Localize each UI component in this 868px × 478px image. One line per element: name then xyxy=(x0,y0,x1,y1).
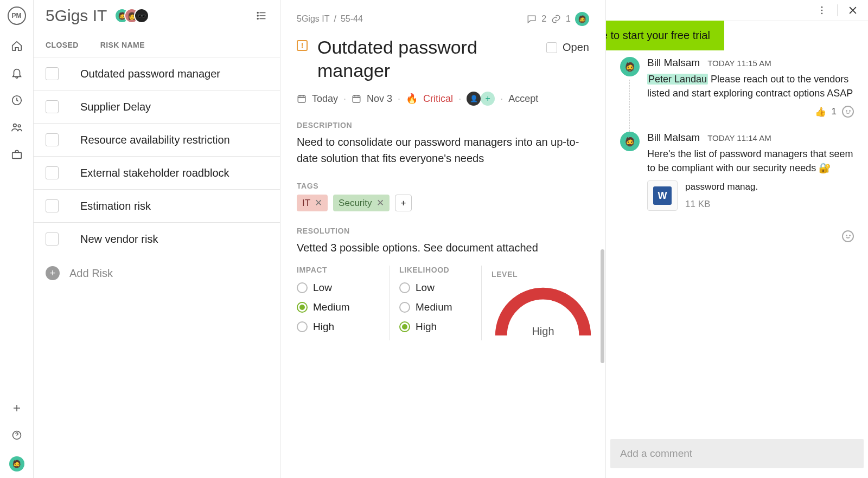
attachment[interactable]: W password manag. 11 KB xyxy=(647,180,854,211)
comment-avatar[interactable]: 🧔 xyxy=(620,57,640,76)
risk-row[interactable]: Outdated password manager xyxy=(34,57,280,90)
impact-low[interactable]: Low xyxy=(297,282,384,294)
closed-checkbox[interactable] xyxy=(46,199,59,212)
created-date[interactable]: Today xyxy=(312,93,338,105)
svg-point-12 xyxy=(821,13,823,15)
tag-security[interactable]: Security✕ xyxy=(333,195,389,211)
bell-icon[interactable] xyxy=(11,67,23,79)
section-label: DESCRIPTION xyxy=(297,121,589,130)
clock-icon[interactable] xyxy=(11,94,23,106)
comment-item: 🧔 Bill Malsam TODAY 11:15 AM Peter Landa… xyxy=(620,57,854,118)
remove-tag-icon[interactable]: ✕ xyxy=(376,197,384,209)
breadcrumb-id[interactable]: 55-44 xyxy=(341,14,363,24)
home-icon[interactable] xyxy=(11,40,23,52)
closed-checkbox[interactable] xyxy=(46,100,59,113)
svg-point-5 xyxy=(257,12,258,14)
risk-name: Resource availability restriction xyxy=(80,134,230,146)
resolution-text[interactable]: Vetted 3 possible options. See document … xyxy=(297,240,589,256)
risk-row[interactable]: External stakeholder roadblock xyxy=(34,156,280,189)
risk-row[interactable]: New vendor risk xyxy=(34,222,280,255)
section-label: IMPACT xyxy=(297,266,384,274)
calendar-icon[interactable] xyxy=(297,94,307,104)
comment-author[interactable]: Bill Malsam xyxy=(647,57,700,69)
app-logo[interactable]: PM xyxy=(8,7,26,25)
list-header: CLOSED RISK NAME xyxy=(34,33,280,57)
likelihood-low[interactable]: Low xyxy=(399,282,476,294)
priority[interactable]: Critical xyxy=(423,93,453,105)
project-title: 5Gigs IT xyxy=(46,7,107,25)
comment-text: Peter Landau Please reach out to the ven… xyxy=(647,72,854,100)
svg-point-1 xyxy=(13,124,16,127)
attachment-name: password manag. xyxy=(685,182,758,192)
risk-list-panel: 5Gigs IT 🧔👩🕶️ CLOSED RISK NAME Outdated … xyxy=(34,0,280,478)
risk-title[interactable]: Outdated password manager xyxy=(317,36,537,82)
impact-medium[interactable]: Medium xyxy=(297,301,384,313)
tag-it[interactable]: IT✕ xyxy=(297,195,328,211)
risk-name: New vendor risk xyxy=(80,233,158,246)
calendar-icon[interactable] xyxy=(352,94,361,104)
comment-count: 2 xyxy=(541,14,546,24)
section-label: LEVEL xyxy=(492,270,518,279)
due-date[interactable]: Nov 3 xyxy=(367,93,392,105)
closed-checkbox[interactable] xyxy=(46,166,59,179)
svg-point-11 xyxy=(821,10,823,11)
col-riskname: RISK NAME xyxy=(100,41,145,49)
risk-row[interactable]: Estimation risk xyxy=(34,189,280,222)
trial-banner[interactable]: Click here to start your free trial xyxy=(606,21,724,50)
comment-author[interactable]: Bill Malsam xyxy=(647,132,700,144)
breadcrumb-project[interactable]: 5Gigs IT xyxy=(297,14,329,24)
project-members[interactable]: 🧔👩🕶️ xyxy=(114,8,149,23)
status-checkbox[interactable] xyxy=(546,42,557,53)
likelihood-medium[interactable]: Medium xyxy=(399,301,476,313)
level-gauge: High xyxy=(492,286,595,340)
add-risk-button[interactable]: + Add Risk xyxy=(34,255,280,291)
assignees[interactable]: 👤+ xyxy=(467,92,495,106)
briefcase-icon[interactable] xyxy=(11,148,23,160)
add-reaction-icon[interactable] xyxy=(842,106,854,118)
likelihood-high[interactable]: High xyxy=(399,321,476,333)
word-doc-icon: W xyxy=(647,180,678,211)
close-icon[interactable] xyxy=(847,5,858,16)
thumbs-up-icon[interactable]: 👍 xyxy=(815,106,826,118)
closed-checkbox[interactable] xyxy=(46,133,59,146)
more-icon[interactable] xyxy=(816,5,827,16)
svg-rect-8 xyxy=(298,96,305,102)
comment-text: Here's the list of password managers tha… xyxy=(647,147,854,175)
reaction-count: 1 xyxy=(832,106,837,117)
add-tag-button[interactable]: + xyxy=(395,195,412,211)
help-icon[interactable] xyxy=(11,429,23,441)
comment-input[interactable]: Add a comment xyxy=(610,439,864,468)
mention[interactable]: Peter Landau xyxy=(647,74,708,85)
scrollbar-thumb[interactable] xyxy=(601,249,604,363)
attachment-size: 11 KB xyxy=(685,199,758,210)
comments-panel: Click here to start your free trial COMM… xyxy=(606,0,868,478)
risk-type-icon: ! xyxy=(297,40,308,51)
section-label: LIKELIHOOD xyxy=(399,266,476,274)
current-user-avatar[interactable]: 🧔 xyxy=(9,456,24,471)
risk-name: Supplier Delay xyxy=(80,101,151,113)
section-label: RESOLUTION xyxy=(297,227,589,235)
svg-point-2 xyxy=(18,125,21,127)
closed-checkbox[interactable] xyxy=(46,67,59,80)
link-icon[interactable] xyxy=(551,14,561,24)
people-icon[interactable] xyxy=(11,121,23,133)
svg-point-7 xyxy=(257,18,258,20)
description-text[interactable]: Need to consolidate our password manager… xyxy=(297,134,589,166)
remove-tag-icon[interactable]: ✕ xyxy=(315,197,322,209)
list-options-icon[interactable] xyxy=(256,10,268,22)
accept-button[interactable]: Accept xyxy=(508,93,538,105)
risk-row[interactable]: Supplier Delay xyxy=(34,90,280,123)
svg-rect-3 xyxy=(12,152,21,158)
closed-checkbox[interactable] xyxy=(46,232,59,246)
impact-high[interactable]: High xyxy=(297,321,384,333)
owner-avatar[interactable]: 🧔 xyxy=(575,12,589,26)
comment-icon[interactable] xyxy=(526,14,537,24)
risk-row[interactable]: Resource availability restriction xyxy=(34,123,280,156)
comment-avatar[interactable]: 🧔 xyxy=(620,132,640,151)
link-count: 1 xyxy=(566,14,571,24)
add-reaction-icon[interactable] xyxy=(842,230,854,242)
svg-rect-9 xyxy=(353,96,360,102)
level-value: High xyxy=(492,325,595,338)
plus-icon[interactable] xyxy=(11,402,23,414)
col-closed: CLOSED xyxy=(46,41,79,49)
